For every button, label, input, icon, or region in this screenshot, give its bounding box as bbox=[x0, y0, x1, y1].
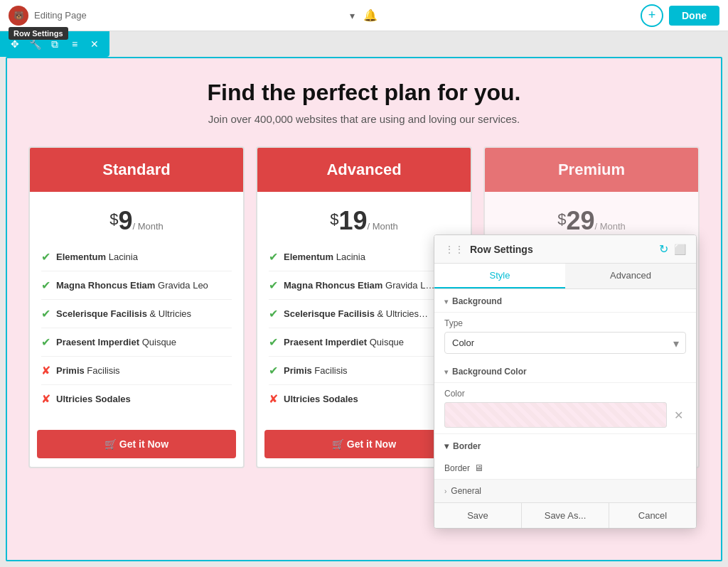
color-swatch[interactable] bbox=[444, 402, 667, 428]
card-header-premium: Premium bbox=[485, 148, 698, 192]
add-button[interactable]: + bbox=[641, 4, 663, 27]
chevron-down-icon[interactable]: ▾ bbox=[350, 10, 355, 21]
list-item: ✘Ultricies Sodales bbox=[41, 385, 232, 413]
color-preview-row: ✕ bbox=[444, 402, 686, 428]
border-section-header[interactable]: ▾ Border bbox=[434, 433, 696, 457]
chevron-right-icon: › bbox=[444, 487, 446, 495]
list-item: ✘Primis Facilisis bbox=[41, 357, 232, 385]
border-row: Border 🖥 bbox=[434, 457, 696, 479]
monitor-icon: 🖥 bbox=[474, 463, 483, 473]
refresh-icon[interactable]: ↻ bbox=[659, 242, 668, 256]
card-price-standard: $9/ Month bbox=[30, 192, 243, 243]
page-subheading: Join over 400,000 websites that are usin… bbox=[21, 113, 707, 125]
cancel-button[interactable]: Cancel bbox=[609, 503, 696, 528]
panel-header-right: ↻ ⬜ bbox=[659, 242, 686, 256]
list-item: ✘Ultricies Sodales bbox=[269, 385, 459, 413]
list-item: ✔Magna Rhoncus Etiam Gravida L… bbox=[269, 271, 459, 300]
page-area: Find the perfect plan for you. Join over… bbox=[6, 57, 722, 561]
background-color-section-label: Background Color bbox=[452, 367, 527, 377]
chevron-down-icon: ▾ bbox=[444, 441, 449, 451]
top-bar: 🐻 Row Settings Editing Page ▾ 🔔 + Done bbox=[0, 0, 728, 31]
color-field-row: Color ✕ bbox=[434, 383, 696, 433]
type-label: Type bbox=[444, 318, 686, 328]
background-color-section-header[interactable]: ▾ Background Color bbox=[434, 360, 696, 383]
card-standard: Standard $9/ Month ✔Elementum Lacinia ✔M… bbox=[28, 146, 245, 468]
top-bar-right: + Done bbox=[641, 4, 719, 27]
card-header-standard: Standard bbox=[30, 148, 243, 192]
color-clear-icon[interactable]: ✕ bbox=[671, 406, 686, 425]
minimize-icon[interactable]: ⬜ bbox=[674, 244, 686, 255]
list-item: ✔Scelerisque Facilisis & Ultricies bbox=[41, 300, 232, 328]
card-features-standard: ✔Elementum Lacinia ✔Magna Rhoncus Etiam … bbox=[30, 243, 243, 424]
chevron-down-icon: ▾ bbox=[444, 298, 448, 306]
type-field-row: Type Color Gradient Image Video bbox=[434, 313, 696, 360]
card-header-advanced: Advanced bbox=[257, 148, 471, 192]
color-label: Color bbox=[444, 389, 686, 399]
list-item: ✔Elementum Lacinia bbox=[41, 243, 232, 271]
panel-footer: Save Save As... Cancel bbox=[434, 502, 696, 528]
background-section-header[interactable]: ▾ Background bbox=[434, 289, 696, 313]
general-row[interactable]: › General bbox=[434, 479, 696, 502]
list-item: ✔Praesent Imperdiet Quisque bbox=[41, 328, 232, 357]
app-logo[interactable]: 🐻 Row Settings bbox=[9, 6, 28, 26]
panel-body: ▾ Background Type Color Gradient Image V… bbox=[434, 289, 696, 502]
bell-icon[interactable]: 🔔 bbox=[363, 9, 378, 22]
background-section-label: Background bbox=[452, 296, 502, 306]
card-btn-standard[interactable]: 🛒 Get it Now bbox=[37, 430, 236, 458]
type-select-wrapper: Color Gradient Image Video bbox=[444, 332, 686, 354]
general-label: General bbox=[451, 486, 481, 496]
menu-icon[interactable]: ≡ bbox=[65, 35, 84, 53]
top-bar-center: ▾ 🔔 bbox=[350, 9, 378, 22]
top-bar-left: 🐻 Row Settings Editing Page bbox=[9, 6, 87, 26]
panel-header-left: ⋮⋮ Row Settings bbox=[444, 244, 533, 255]
border-section-label: Border bbox=[453, 441, 481, 451]
done-button[interactable]: Done bbox=[669, 6, 719, 26]
drag-handle-icon[interactable]: ⋮⋮ bbox=[444, 244, 464, 255]
list-item: ✔Elementum Lacinia bbox=[269, 243, 459, 271]
tooltip: Row Settings bbox=[9, 27, 68, 40]
tab-advanced[interactable]: Advanced bbox=[565, 264, 696, 288]
list-item: ✔Primis Facilisis bbox=[269, 357, 459, 385]
tab-style[interactable]: Style bbox=[434, 264, 565, 288]
row-settings-panel: ⋮⋮ Row Settings ↻ ⬜ Style Advanced ▾ Bac… bbox=[434, 234, 697, 529]
list-item: ✔Scelerisque Facilisis & Ultricies… bbox=[269, 300, 459, 328]
close-icon[interactable]: ✕ bbox=[85, 35, 104, 53]
save-as-button[interactable]: Save As... bbox=[522, 503, 609, 528]
type-select[interactable]: Color Gradient Image Video bbox=[444, 332, 686, 354]
border-label: Border bbox=[444, 463, 470, 473]
panel-tabs: Style Advanced bbox=[434, 264, 696, 289]
list-item: ✔Praesent Imperdiet Quisque bbox=[269, 328, 459, 357]
list-item: ✔Magna Rhoncus Etiam Gravida Leo bbox=[41, 271, 232, 300]
chevron-down-icon: ▾ bbox=[444, 368, 448, 376]
panel-header: ⋮⋮ Row Settings ↻ ⬜ bbox=[434, 235, 696, 264]
panel-title: Row Settings bbox=[470, 244, 533, 255]
save-button[interactable]: Save bbox=[434, 503, 522, 528]
page-heading: Find the perfect plan for you. bbox=[21, 80, 707, 106]
page-title: Editing Page bbox=[34, 10, 87, 21]
